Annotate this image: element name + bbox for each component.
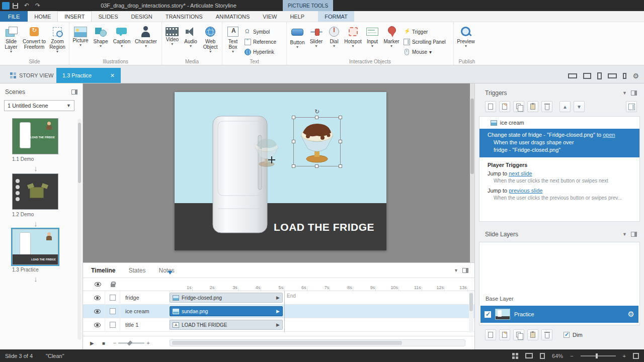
- tab-animations[interactable]: ANIMATIONS: [209, 11, 257, 22]
- canvas-scrollbar[interactable]: [470, 83, 474, 262]
- new-layer-button[interactable]: [485, 329, 496, 340]
- timeline-row-ice-cream[interactable]: ice cream sundae.png ▶: [83, 305, 474, 318]
- resize-handle-sw[interactable]: [292, 164, 295, 168]
- fit-to-window-icon[interactable]: [633, 353, 639, 359]
- timeline-horizontal-scrollbar[interactable]: [170, 339, 465, 346]
- monitor-view-icon[interactable]: [568, 73, 577, 78]
- row-object-name[interactable]: ice cream: [120, 305, 170, 318]
- sundae-drag-ghost[interactable]: [250, 134, 283, 170]
- timeline-bar-sundae[interactable]: sundae.png ▶: [170, 306, 283, 316]
- grid-view-icon[interactable]: [512, 353, 518, 359]
- panel-dock-icon[interactable]: [462, 268, 468, 273]
- undo-icon[interactable]: ↶: [24, 2, 29, 9]
- move-trigger-up-button[interactable]: ▲: [559, 101, 571, 112]
- lock-checkbox[interactable]: [110, 295, 116, 301]
- close-icon[interactable]: ✕: [110, 72, 115, 79]
- paste-trigger-button[interactable]: [527, 101, 538, 112]
- visibility-eye-icon[interactable]: [94, 323, 101, 327]
- tab-design[interactable]: DESIGN: [125, 11, 159, 22]
- rotation-handle[interactable]: ↻: [313, 108, 320, 115]
- picture-button[interactable]: Picture ▾: [70, 24, 91, 47]
- zoom-slider[interactable]: [581, 355, 616, 356]
- chevron-right-icon[interactable]: ▶: [276, 295, 280, 300]
- hotspot-button[interactable]: Hotspot ▾: [343, 24, 363, 48]
- convert-to-freeform-button[interactable]: Convert to Freeform: [21, 24, 47, 50]
- tab-timeline[interactable]: Timeline: [91, 267, 115, 274]
- resize-handle-se[interactable]: [339, 164, 342, 168]
- playhead-marker[interactable]: [168, 271, 173, 277]
- chevron-down-icon[interactable]: ▼: [622, 232, 627, 237]
- slide-layer-button[interactable]: Slide Layer ▾: [1, 24, 21, 53]
- slide-thumbnail-demo2[interactable]: 1.2 Demo: [12, 173, 59, 217]
- tab-practice-slide[interactable]: 1.3 Practice ✕: [56, 68, 121, 83]
- zoom-out-icon[interactable]: −: [113, 340, 116, 346]
- timeline-end-marker[interactable]: [284, 291, 285, 332]
- audio-button[interactable]: Audio ▾: [182, 24, 200, 48]
- zoom-percentage[interactable]: 64%: [552, 353, 563, 359]
- visibility-eye-icon[interactable]: [94, 296, 101, 300]
- stop-icon[interactable]: ■: [102, 340, 105, 346]
- dim-option[interactable]: Dim: [564, 332, 583, 338]
- new-trigger-button[interactable]: [485, 101, 496, 112]
- sundae-selection-box[interactable]: ↻: [293, 117, 341, 166]
- save-icon[interactable]: [13, 3, 18, 9]
- scenes-scrollbar[interactable]: [77, 119, 82, 340]
- shape-button[interactable]: Shape ▾: [91, 24, 111, 48]
- chevron-down-icon[interactable]: ▼: [454, 268, 458, 273]
- mouse-button[interactable]: Mouse ▾: [401, 47, 448, 57]
- monitor-icon[interactable]: [525, 353, 533, 358]
- tab-help[interactable]: HELP: [283, 11, 311, 22]
- tab-transitions[interactable]: TRANSITIONS: [159, 11, 209, 22]
- slide-dark-band[interactable]: LOAD THE FRIDGE: [175, 203, 386, 250]
- frame-view-icon[interactable]: [583, 73, 591, 79]
- zoom-region-button[interactable]: Zoom Region ▾: [47, 24, 67, 53]
- paste-layer-button[interactable]: [527, 329, 538, 340]
- duplicate-layer-button[interactable]: [499, 329, 510, 340]
- timeline-row-fridge[interactable]: fridge Fridge-closed.png ▶: [83, 291, 474, 305]
- panel-dock-icon[interactable]: [71, 89, 77, 95]
- scene-select-dropdown[interactable]: 1 Untitled Scene ▼: [4, 100, 74, 111]
- marker-button[interactable]: Marker ▾: [381, 24, 401, 48]
- timeline-zoom-slider[interactable]: − +: [113, 340, 150, 346]
- trigger-object-header[interactable]: ice cream: [479, 117, 639, 129]
- lock-checkbox[interactable]: [110, 308, 116, 314]
- lock-column-icon[interactable]: [111, 284, 115, 287]
- hyperlink-button[interactable]: Hyperlink: [243, 47, 278, 57]
- chevron-right-icon[interactable]: ▶: [276, 309, 280, 314]
- trigger-button[interactable]: Trigger: [401, 27, 448, 37]
- tab-format[interactable]: FORMAT: [318, 11, 354, 22]
- timeline-bar-title[interactable]: LOAD THE FRIDGE ▶: [170, 320, 283, 330]
- gear-icon[interactable]: ⚙: [628, 311, 634, 317]
- dim-checkbox[interactable]: [564, 332, 570, 338]
- chevron-right-icon[interactable]: ▶: [276, 322, 280, 327]
- copy-layer-button[interactable]: [513, 329, 524, 340]
- preview-button[interactable]: Preview ▾: [455, 24, 477, 48]
- panel-dock-icon[interactable]: [631, 232, 637, 237]
- resize-handle-n[interactable]: [315, 116, 318, 119]
- video-button[interactable]: Video ▾: [163, 24, 182, 46]
- resize-handle-e[interactable]: [339, 140, 342, 143]
- player-trigger-previous[interactable]: Jump to previous slide: [479, 187, 639, 195]
- caption-button[interactable]: Caption ▾: [111, 24, 133, 48]
- eye-column-icon[interactable]: [95, 282, 101, 287]
- input-button[interactable]: Input ▾: [363, 24, 381, 48]
- tab-states[interactable]: States: [128, 267, 145, 274]
- tablet-view-icon[interactable]: [608, 73, 617, 78]
- slide-title-text[interactable]: LOAD THE FRIDGE: [274, 221, 374, 233]
- text-box-button[interactable]: Text Box ▾: [223, 24, 243, 53]
- edit-trigger-button[interactable]: [499, 101, 510, 112]
- player-trigger-next[interactable]: Jump to next slide: [479, 169, 639, 177]
- delete-trigger-button[interactable]: [541, 101, 552, 112]
- character-button[interactable]: Character ▾: [133, 24, 159, 48]
- resize-handle-s[interactable]: [315, 164, 318, 168]
- tab-insert[interactable]: INSERT: [57, 11, 92, 22]
- web-object-button[interactable]: Web Object ▾: [200, 24, 221, 53]
- layer-visibility-checkbox[interactable]: [485, 311, 491, 318]
- chevron-down-icon[interactable]: ▼: [622, 90, 627, 96]
- row-object-name[interactable]: title 1: [120, 318, 170, 331]
- resize-handle-nw[interactable]: [292, 116, 295, 119]
- row-object-name[interactable]: fridge: [120, 291, 170, 304]
- layer-row-practice[interactable]: Practice ⚙: [480, 306, 638, 323]
- previous-slide-link[interactable]: previous slide: [509, 188, 542, 194]
- slide-canvas[interactable]: LOAD THE FRIDGE: [83, 83, 474, 262]
